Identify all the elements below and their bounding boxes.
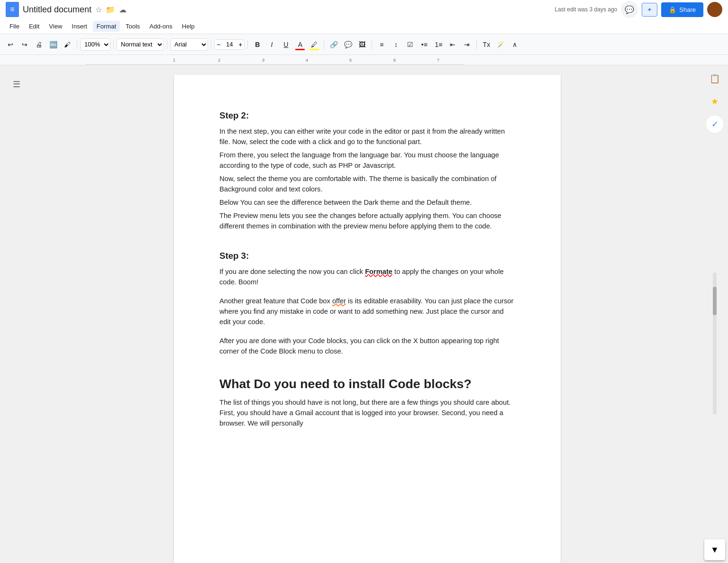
font-size-decrease[interactable]: − [215,40,222,49]
menu-bar: File Edit View Insert Format Tools Add-o… [0,19,728,34]
svg-text:5: 5 [349,58,352,63]
font-size-increase[interactable]: + [237,40,244,49]
comment-button[interactable]: 💬 [341,38,355,51]
paint-format-button[interactable]: 🖌 [61,38,74,51]
highlight-button[interactable]: 🖊 [308,38,321,51]
formate-link[interactable]: Formate [365,268,392,275]
svg-text:2: 2 [218,58,220,63]
print-button[interactable]: 🖨 [32,38,46,51]
document-title[interactable]: Untitled document [23,5,91,15]
svg-text:1: 1 [173,58,175,63]
calendar-icon[interactable]: ✓ [706,116,723,133]
link-button[interactable]: 🔗 [327,38,340,51]
step2-heading: Step 2: [219,109,515,122]
star-icon[interactable]: ☆ [95,5,102,14]
document-area[interactable]: Step 2: In the next step, you can either… [33,65,701,563]
indent-less-button[interactable]: ⇤ [446,38,459,51]
divider-5 [247,40,248,49]
menu-tools[interactable]: Tools [122,21,144,32]
last-edit-text: Last edit was 3 days ago [555,6,617,13]
image-button[interactable]: 🖼 [355,38,369,51]
svg-text:6: 6 [393,58,396,63]
svg-text:3: 3 [262,58,264,63]
style-select[interactable]: Normal text [117,38,164,51]
spell-check-button[interactable]: 🔤 [46,38,60,51]
share-icon: 🔒 [669,6,676,13]
folder-icon[interactable]: 📁 [106,5,115,14]
undo-button[interactable]: ↩ [4,38,17,51]
clear-format-button[interactable]: Tx [480,38,493,51]
align-button[interactable]: ≡ [375,38,388,51]
step3-p2: Another great feature that Code box offe… [219,296,515,327]
menu-add-ons[interactable]: Add-ons [146,21,176,32]
google-docs-icon [6,2,19,17]
italic-button[interactable]: I [265,38,278,51]
top-right-actions: 💬 ✦ 🔒 Share [621,1,722,18]
text-color-indicator [295,49,305,50]
share-label: Share [679,6,696,13]
step3-p1-before: If you are done selecting the now you ca… [219,268,365,275]
redo-button[interactable]: ↪ [18,38,31,51]
gemini-button[interactable]: ✦ [642,3,657,17]
divider-2 [113,40,114,49]
menu-help[interactable]: Help [178,21,199,32]
whatdo-heading: What Do you need to install Code blocks? [219,374,515,393]
text-color-button[interactable]: A [293,38,307,51]
outline-icon[interactable]: ☰ [7,75,26,94]
bold-button[interactable]: B [251,38,264,51]
divider-3 [167,40,167,49]
whatdo-p1: The list of things you should have is no… [219,397,515,428]
step2-p1: In the next step, you can either write y… [219,126,515,147]
explore-button[interactable]: ▼ [704,539,725,560]
menu-edit[interactable]: Edit [25,21,43,32]
menu-format[interactable]: Format [93,21,120,32]
line-spacing-button[interactable]: ↕ [389,38,402,51]
checklist-button[interactable]: ☑ [403,38,417,51]
svg-text:4: 4 [306,58,308,63]
step2-p2: From there, you select the language from… [219,150,515,171]
svg-text:7: 7 [437,58,439,63]
menu-insert[interactable]: Insert [68,21,91,32]
user-avatar[interactable] [707,2,722,17]
bullet-list-button[interactable]: •≡ [418,38,431,51]
comments-button[interactable]: 💬 [621,1,638,18]
document-page: Step 2: In the next step, you can either… [174,75,561,563]
menu-view[interactable]: View [45,21,66,32]
offer-link[interactable]: offer [332,297,346,305]
keep-icon[interactable]: 📋 [706,70,723,87]
title-icons: ☆ 📁 ☁ [95,5,127,14]
menu-file[interactable]: File [6,21,23,32]
tasks-icon[interactable]: ★ [706,93,723,110]
indent-more-button[interactable]: ⇥ [460,38,473,51]
step2-p4: Below You can see the difference between… [219,197,515,208]
expand-toolbar-button[interactable]: ∧ [508,38,521,51]
small-gap-1 [219,290,515,296]
bottom-bar: ▼ [701,536,728,563]
ruler: 1 2 3 4 5 6 7 [0,55,728,65]
scroll-track[interactable] [713,272,717,415]
divider-1 [77,40,77,49]
divider-7 [372,40,372,49]
highlight-label: 🖊 [311,41,318,48]
step3-p2-before: Another great feature that Code box [219,297,332,305]
share-button[interactable]: 🔒 Share [661,2,703,17]
divider-6 [324,40,324,49]
numbered-list-button[interactable]: 1≡ [432,38,445,51]
section-gap-1 [219,234,515,249]
font-size-control[interactable]: − + [214,39,245,50]
step3-p3: After you are done with your Code blocks… [219,336,515,356]
text-color-label: A [298,41,302,48]
small-gap-2 [219,330,515,336]
scroll-thumb[interactable] [713,287,717,315]
font-size-input[interactable] [222,41,237,48]
step2-p5: The Preview menu lets you see the change… [219,210,515,231]
zoom-select[interactable]: 100% [80,38,110,51]
smart-compose-button[interactable]: 🪄 [494,38,507,51]
font-select[interactable]: Arial [170,38,208,51]
divider-8 [476,40,477,49]
step3-p1: If you are done selecting the now you ca… [219,266,515,287]
underline-button[interactable]: U [279,38,292,51]
step3-heading: Step 3: [219,249,515,263]
cloud-icon[interactable]: ☁ [119,5,127,14]
section-gap-2 [219,359,515,374]
